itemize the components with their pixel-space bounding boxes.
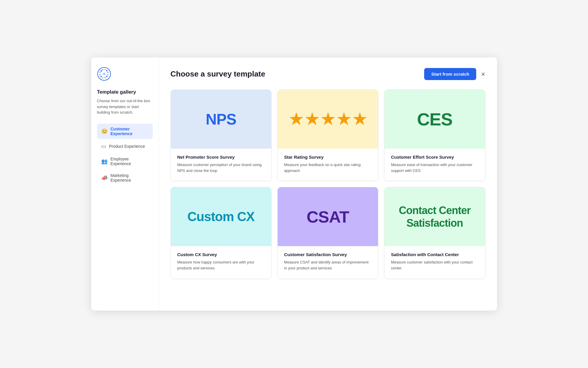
nps-card[interactable]: NPS Net Promoter Score Survey Measure cu… [171,89,271,181]
star-5-icon: ★ [353,110,366,128]
nps-description: Measure customer perception of your bran… [177,162,265,174]
contact-center-card[interactable]: Contact Center Satisfaction Satisfaction… [384,187,485,279]
header-actions: Start from scratch × [424,68,485,80]
ces-title: Customer Effort Score Survey [391,155,478,160]
contact-title: Satisfaction with Contact Center [391,252,478,257]
csat-title: Customer Satisfaction Survey [284,252,372,257]
custom-cx-card[interactable]: Custom CX Custom CX Survey Measure how h… [171,187,271,279]
ces-description: Measure ease of transaction with your cu… [391,162,478,174]
nps-card-body: Net Promoter Score Survey Measure custom… [171,149,271,181]
svg-point-13 [103,73,105,75]
sidebar-item-product-experience[interactable]: ▭ Product Experience [97,140,153,152]
star-4-icon: ★ [337,110,350,128]
star-rating-card[interactable]: ★ ★ ★ ★ ★ Star Rating Survey Measure you… [277,89,378,181]
nps-preview: NPS [171,90,271,149]
main-header: Choose a survey template Start from scra… [171,68,485,80]
star-2-icon: ★ [305,110,319,128]
csat-card[interactable]: CSAT Customer Satisfaction Survey Measur… [277,187,378,279]
ces-preview-text: CES [417,109,452,130]
smiley-icon: 😊 [101,128,108,135]
sidebar-item-employee-experience[interactable]: 👥 Employee Experience [97,154,153,169]
svg-point-6 [107,74,109,75]
nps-title: Net Promoter Score Survey [177,155,265,160]
megaphone-icon: 📣 [101,175,108,181]
custom-cx-card-body: Custom CX Survey Measure how happy consu… [171,246,271,278]
svg-point-2 [102,69,104,70]
svg-point-11 [99,74,101,75]
sidebar-item-label: Customer Experience [111,127,149,136]
star-1-icon: ★ [289,110,303,128]
svg-point-12 [99,72,101,73]
sidebar-item-marketing-experience[interactable]: 📣 Marketing Experience [97,170,153,185]
star-card-body: Star Rating Survey Measure your feedback… [278,149,378,181]
svg-point-3 [104,69,106,70]
contact-preview: Contact Center Satisfaction [384,187,485,246]
custom-cx-preview: Custom CX [171,187,271,246]
people-icon: 👥 [101,158,108,165]
contact-card-body: Satisfaction with Contact Center Measure… [384,246,485,278]
nps-preview-text: NPS [206,110,236,128]
star-row: ★ ★ ★ ★ ★ [289,110,366,128]
svg-point-10 [100,76,102,77]
svg-point-4 [106,70,107,72]
contact-preview-text: Contact Center Satisfaction [389,204,480,229]
close-button[interactable]: × [481,70,485,78]
star-description: Measure your feedback on a quick star ra… [284,162,372,174]
custom-cx-title: Custom CX Survey [177,252,265,257]
sidebar-item-label: Employee Experience [111,157,149,166]
star-preview: ★ ★ ★ ★ ★ [278,90,378,149]
page-title: Choose a survey template [171,69,265,79]
template-grid: NPS Net Promoter Score Survey Measure cu… [171,89,485,279]
ces-preview: CES [384,90,485,149]
csat-preview: CSAT [278,187,378,246]
star-title: Star Rating Survey [284,155,372,160]
sidebar-title: Template gallery [97,89,153,95]
contact-description: Measure customer satisfaction with your … [391,259,478,271]
csat-description: Measure CSAT and identify areas of impro… [284,259,372,271]
csat-card-body: Customer Satisfaction Survey Measure CSA… [278,246,378,278]
ces-card-body: Customer Effort Score Survey Measure eas… [384,149,485,181]
svg-point-8 [104,77,106,78]
logo [97,67,111,81]
main-content: Choose a survey template Start from scra… [159,57,497,311]
sidebar: Template gallery Choose from our out-of-… [91,57,159,311]
product-icon: ▭ [101,143,106,150]
sidebar-description: Choose from our out-of-the box survey te… [97,98,153,115]
ces-card[interactable]: CES Customer Effort Score Survey Measure… [384,89,485,181]
sidebar-item-label: Marketing Experience [111,173,149,183]
sidebar-item-customer-experience[interactable]: 😊 Customer Experience [97,124,153,139]
csat-preview-text: CSAT [307,207,349,226]
svg-point-7 [106,76,107,77]
sidebar-item-label: Product Experience [109,144,145,149]
svg-point-9 [102,77,104,78]
sidebar-nav: 😊 Customer Experience ▭ Product Experien… [97,124,153,185]
custom-cx-description: Measure how happy consumers are with you… [177,259,265,271]
start-from-scratch-button[interactable]: Start from scratch [424,68,476,80]
custom-cx-preview-text: Custom CX [187,209,254,224]
star-3-icon: ★ [321,110,334,128]
svg-point-1 [100,70,102,72]
svg-point-5 [107,72,109,73]
modal: Template gallery Choose from our out-of-… [91,57,497,311]
